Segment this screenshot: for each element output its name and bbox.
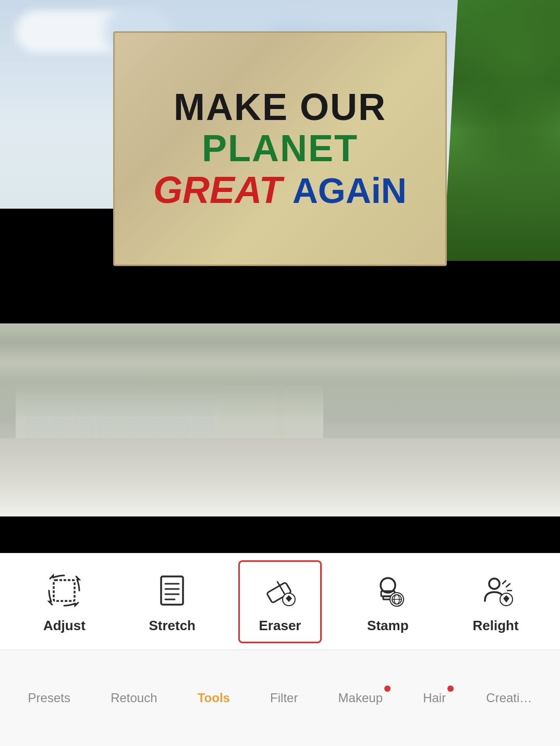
svg-point-17 bbox=[489, 579, 500, 589]
filter-label: Filter bbox=[270, 691, 298, 705]
stamp-icon bbox=[367, 570, 409, 611]
tools-panel: Adjust Stretch E bbox=[0, 553, 560, 649]
makeup-dot bbox=[384, 685, 391, 692]
svg-rect-0 bbox=[54, 580, 75, 601]
hair-label: Hair bbox=[423, 691, 446, 705]
sign-line2: PLANET bbox=[202, 128, 358, 169]
nav-hair-wrap: Hair bbox=[415, 685, 454, 711]
relight-label: Relight bbox=[473, 618, 519, 634]
eraser-label: Eraser bbox=[259, 618, 301, 634]
tool-adjust[interactable]: Adjust bbox=[22, 562, 106, 642]
svg-line-18 bbox=[506, 584, 510, 587]
nav-creative[interactable]: Creati… bbox=[478, 685, 540, 711]
creative-label: Creati… bbox=[486, 691, 532, 705]
tool-relight[interactable]: Relight bbox=[454, 562, 538, 642]
adjust-label: Adjust bbox=[43, 618, 86, 634]
nav-makeup-wrap: Makeup bbox=[331, 685, 391, 711]
nav-makeup[interactable]: Makeup bbox=[331, 685, 391, 711]
sign-great: GREAT bbox=[153, 170, 282, 211]
stretch-label: Stretch bbox=[149, 618, 196, 634]
tools-label: Tools bbox=[198, 691, 230, 705]
photo-area: MAKE OUR PLANET GREAT AGAiN bbox=[0, 0, 560, 516]
nav-retouch[interactable]: Retouch bbox=[103, 685, 165, 711]
nav-tools[interactable]: Tools bbox=[190, 685, 238, 711]
svg-line-21 bbox=[503, 581, 506, 584]
stamp-label: Stamp bbox=[367, 618, 408, 634]
retouch-label: Retouch bbox=[111, 691, 157, 705]
adjust-icon bbox=[43, 570, 85, 611]
svg-rect-1 bbox=[161, 576, 183, 605]
stretch-icon bbox=[151, 570, 193, 611]
sign-line1: MAKE OUR bbox=[174, 87, 386, 128]
sign-board: MAKE OUR PLANET GREAT AGAiN bbox=[113, 31, 447, 266]
makeup-label: Makeup bbox=[338, 691, 383, 705]
sign-again: AGAiN bbox=[293, 171, 407, 210]
bottom-nav: Presets Retouch Tools Filter Makeup Hair… bbox=[0, 649, 560, 746]
ground-area bbox=[0, 438, 560, 516]
sign-line3: GREAT AGAiN bbox=[153, 170, 407, 211]
nav-filter[interactable]: Filter bbox=[262, 685, 306, 711]
tool-stretch[interactable]: Stretch bbox=[130, 562, 214, 642]
presets-label: Presets bbox=[28, 691, 70, 705]
tool-eraser[interactable]: Eraser bbox=[238, 560, 322, 643]
tool-stamp[interactable]: Stamp bbox=[346, 562, 430, 642]
nav-presets[interactable]: Presets bbox=[20, 685, 78, 711]
eraser-icon bbox=[259, 570, 301, 611]
relight-icon bbox=[475, 570, 517, 611]
